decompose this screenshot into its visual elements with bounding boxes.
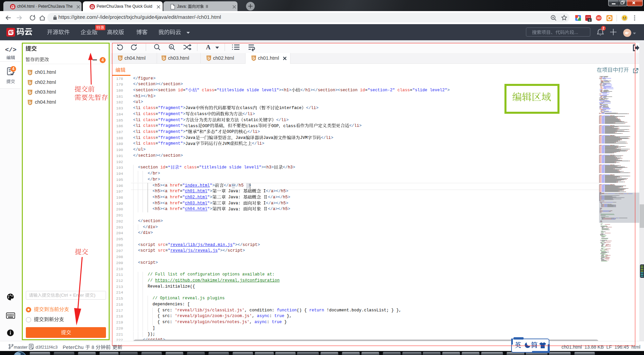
svg-text:1: 1 <box>589 18 590 22</box>
